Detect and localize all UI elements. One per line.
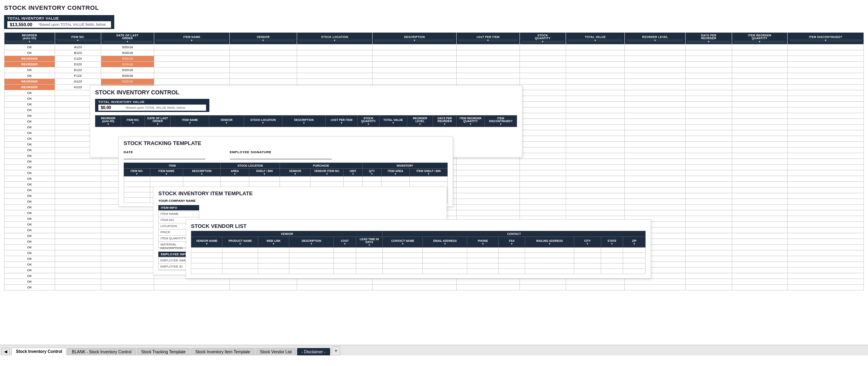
empty-discontinued[interactable]: [788, 125, 864, 130]
empty-item-reorder-qty[interactable]: [732, 136, 788, 142]
empty-total-val[interactable]: [566, 90, 625, 96]
discontinued-cell[interactable]: [788, 85, 864, 90]
fax-cell[interactable]: [498, 248, 525, 253]
empty-stock-qty[interactable]: [519, 159, 566, 165]
track-item-no[interactable]: [124, 176, 150, 182]
empty-total-val[interactable]: [566, 210, 625, 216]
empty-date[interactable]: [101, 273, 154, 279]
vendor-cost-cell[interactable]: [334, 269, 356, 274]
vendor-lead-cell[interactable]: [356, 248, 382, 253]
empty-date[interactable]: [101, 250, 154, 256]
empty-item-no[interactable]: [55, 193, 101, 199]
empty-date[interactable]: [101, 262, 154, 268]
empty-item-no[interactable]: [55, 233, 101, 239]
empty-discontinued[interactable]: [788, 193, 864, 199]
empty-reorder-level[interactable]: [625, 107, 686, 113]
empty-total-val[interactable]: [566, 107, 625, 113]
s2-item-reorder-qty[interactable]: [457, 143, 485, 148]
empty-reorder-level[interactable]: [625, 205, 686, 210]
empty-item-no[interactable]: [55, 245, 101, 250]
vendor-name-cell[interactable]: [191, 253, 222, 258]
empty-item-reorder-qty[interactable]: [732, 222, 788, 228]
zip-cell[interactable]: [623, 269, 646, 274]
empty-total-val[interactable]: [566, 159, 625, 165]
empty-days[interactable]: [686, 130, 732, 136]
empty-stock-qty[interactable]: [519, 193, 566, 199]
mailing-cell[interactable]: [525, 269, 574, 274]
track-area[interactable]: [221, 182, 249, 187]
empty-stock-qty[interactable]: [519, 182, 566, 187]
contact-name-cell[interactable]: [383, 248, 423, 253]
days-cell[interactable]: [686, 45, 732, 50]
empty-item-reorder-qty[interactable]: [732, 250, 788, 256]
track-item-name[interactable]: [150, 182, 183, 187]
discontinued-cell[interactable]: [788, 56, 864, 62]
empty-date[interactable]: [101, 228, 154, 233]
vendor-web-cell[interactable]: [258, 269, 289, 274]
empty-total-val[interactable]: [566, 96, 625, 102]
reorder-level-cell[interactable]: [625, 67, 686, 73]
s2-discontinued[interactable]: [484, 127, 517, 132]
empty-item-no[interactable]: [55, 273, 101, 279]
empty-item-reorder-qty[interactable]: [732, 90, 788, 96]
empty-desc[interactable]: [373, 279, 457, 285]
empty-date[interactable]: [101, 268, 154, 273]
email-cell[interactable]: [423, 269, 467, 274]
empty-reorder-level[interactable]: [625, 125, 686, 130]
empty-item-reorder-qty[interactable]: [732, 113, 788, 119]
s2-reorder-level[interactable]: [407, 127, 433, 132]
empty-cost[interactable]: [457, 170, 519, 176]
empty-discontinued[interactable]: [788, 210, 864, 216]
s2-discontinued[interactable]: [484, 148, 517, 154]
track-item-no[interactable]: [124, 198, 150, 203]
vendor-name-cell[interactable]: [191, 258, 222, 263]
empty-days[interactable]: [686, 233, 732, 239]
empty-item-no[interactable]: [55, 216, 101, 222]
state-cell[interactable]: [601, 269, 623, 274]
empty-days[interactable]: [686, 279, 732, 285]
empty-total-val[interactable]: [566, 182, 625, 187]
empty-item-reorder-qty[interactable]: [732, 216, 788, 222]
item-reorder-qty-cell[interactable]: [732, 56, 788, 62]
item-reorder-qty-cell[interactable]: [732, 85, 788, 90]
empty-item-reorder-qty[interactable]: [732, 130, 788, 136]
item-name-cell[interactable]: [154, 56, 229, 62]
reorder-level-cell[interactable]: [625, 56, 686, 62]
empty-total-val[interactable]: [566, 136, 625, 142]
empty-total-val[interactable]: [566, 130, 625, 136]
empty-item-no[interactable]: [55, 170, 101, 176]
empty-total-val[interactable]: [566, 285, 625, 290]
empty-item-no[interactable]: [55, 165, 101, 170]
empty-total-val[interactable]: [566, 199, 625, 205]
contact-name-cell[interactable]: [383, 253, 423, 258]
total-val-cell[interactable]: [566, 85, 625, 90]
s2-cost[interactable]: [325, 127, 357, 132]
vendor-cost-cell[interactable]: [334, 263, 356, 269]
track-item-shelf[interactable]: [410, 182, 448, 187]
desc-cell[interactable]: [373, 45, 457, 50]
empty-item-reorder-qty[interactable]: [732, 170, 788, 176]
empty-item-reorder-qty[interactable]: [732, 233, 788, 239]
empty-item-no[interactable]: [55, 239, 101, 245]
vendor-product-cell[interactable]: [222, 258, 258, 263]
item-field-row[interactable]: ITEM NAME: [159, 211, 199, 217]
desc-cell[interactable]: [373, 73, 457, 79]
empty-stock-qty[interactable]: [519, 170, 566, 176]
empty-stock-qty[interactable]: [519, 199, 566, 205]
s2-status[interactable]: [95, 148, 121, 154]
empty-item-reorder-qty[interactable]: [732, 119, 788, 125]
city-cell[interactable]: [574, 269, 601, 274]
empty-cost[interactable]: [457, 279, 519, 285]
track-shelf[interactable]: [249, 176, 280, 182]
empty-discontinued[interactable]: [788, 153, 864, 159]
empty-item-name[interactable]: [154, 279, 229, 285]
empty-days[interactable]: [686, 285, 732, 290]
city-cell[interactable]: [574, 253, 601, 258]
empty-discontinued[interactable]: [788, 233, 864, 239]
city-cell[interactable]: [574, 258, 601, 263]
empty-vendor[interactable]: [230, 285, 297, 290]
empty-cost[interactable]: [457, 205, 519, 210]
s2-total-val[interactable]: [379, 127, 407, 132]
vendor-lead-cell[interactable]: [356, 263, 382, 269]
empty-total-val[interactable]: [566, 193, 625, 199]
